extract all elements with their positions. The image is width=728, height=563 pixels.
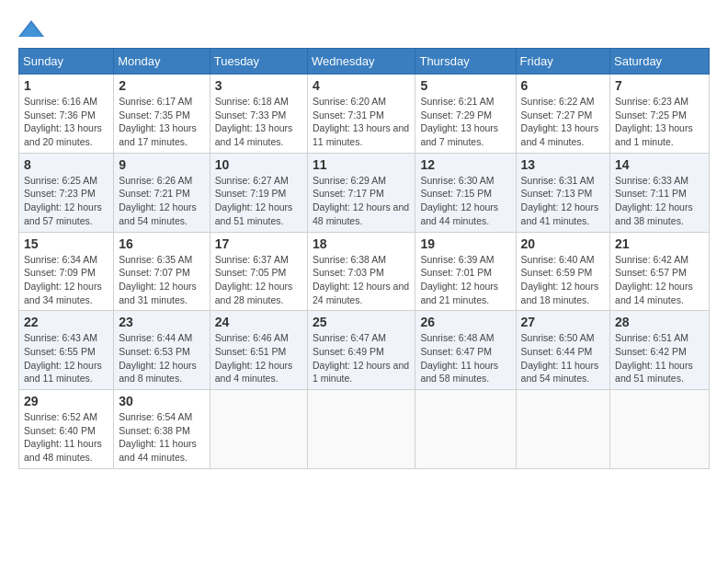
day-number: 20 [521,236,606,251]
day-number: 28 [615,315,704,329]
day-number: 4 [313,78,410,93]
calendar-cell: 22 Sunrise: 6:43 AM Sunset: 6:55 PM Dayl… [19,311,114,390]
day-number: 2 [119,78,204,93]
day-number: 25 [313,315,410,329]
calendar-cell: 8 Sunrise: 6:25 AM Sunset: 7:23 PM Dayli… [19,153,114,232]
calendar-cell: 12 Sunrise: 6:30 AM Sunset: 7:15 PM Dayl… [415,153,516,232]
day-number: 13 [521,157,606,172]
calendar-week-3: 15 Sunrise: 6:34 AM Sunset: 7:09 PM Dayl… [19,232,710,311]
calendar-cell: 28 Sunrise: 6:51 AM Sunset: 6:42 PM Dayl… [610,311,710,390]
day-number: 12 [420,157,510,172]
calendar-cell [308,390,415,469]
calendar-cell: 30 Sunrise: 6:54 AM Sunset: 6:38 PM Dayl… [114,390,210,469]
day-info: Sunrise: 6:16 AM Sunset: 7:36 PM Dayligh… [24,96,102,147]
calendar-cell: 9 Sunrise: 6:26 AM Sunset: 7:21 PM Dayli… [114,153,210,232]
day-number: 14 [615,157,704,172]
day-info: Sunrise: 6:29 AM Sunset: 7:17 PM Dayligh… [313,175,409,226]
day-number: 1 [24,78,108,93]
calendar-cell [516,390,610,469]
day-info: Sunrise: 6:20 AM Sunset: 7:31 PM Dayligh… [313,96,409,147]
calendar-cell: 4 Sunrise: 6:20 AM Sunset: 7:31 PM Dayli… [308,75,415,154]
calendar-cell: 13 Sunrise: 6:31 AM Sunset: 7:13 PM Dayl… [516,153,610,232]
calendar-cell: 6 Sunrise: 6:22 AM Sunset: 7:27 PM Dayli… [516,75,610,154]
calendar-cell: 27 Sunrise: 6:50 AM Sunset: 6:44 PM Dayl… [516,311,610,390]
day-info: Sunrise: 6:26 AM Sunset: 7:21 PM Dayligh… [119,175,197,226]
day-info: Sunrise: 6:37 AM Sunset: 7:05 PM Dayligh… [215,254,293,305]
calendar-week-5: 29 Sunrise: 6:52 AM Sunset: 6:40 PM Dayl… [19,390,710,469]
weekday-sunday: Sunday [19,49,114,75]
day-info: Sunrise: 6:17 AM Sunset: 7:35 PM Dayligh… [119,96,197,147]
day-info: Sunrise: 6:52 AM Sunset: 6:40 PM Dayligh… [24,411,102,463]
day-info: Sunrise: 6:35 AM Sunset: 7:07 PM Dayligh… [119,254,197,305]
day-number: 17 [215,236,302,251]
day-number: 16 [119,236,204,251]
day-info: Sunrise: 6:48 AM Sunset: 6:47 PM Dayligh… [420,332,498,384]
calendar-cell: 19 Sunrise: 6:39 AM Sunset: 7:01 PM Dayl… [415,232,516,311]
logo [18,18,51,39]
day-info: Sunrise: 6:40 AM Sunset: 6:59 PM Dayligh… [521,254,599,305]
calendar-cell: 23 Sunrise: 6:44 AM Sunset: 6:53 PM Dayl… [114,311,210,390]
day-info: Sunrise: 6:22 AM Sunset: 7:27 PM Dayligh… [521,96,599,147]
calendar-cell: 26 Sunrise: 6:48 AM Sunset: 6:47 PM Dayl… [415,311,516,390]
day-number: 21 [615,236,704,251]
calendar-cell: 7 Sunrise: 6:23 AM Sunset: 7:25 PM Dayli… [610,75,710,154]
calendar-cell [610,390,710,469]
calendar-cell: 3 Sunrise: 6:18 AM Sunset: 7:33 PM Dayli… [210,75,307,154]
calendar-cell: 11 Sunrise: 6:29 AM Sunset: 7:17 PM Dayl… [308,153,415,232]
day-number: 9 [119,157,204,172]
day-info: Sunrise: 6:47 AM Sunset: 6:49 PM Dayligh… [313,332,409,384]
calendar-cell: 2 Sunrise: 6:17 AM Sunset: 7:35 PM Dayli… [114,75,210,154]
weekday-wednesday: Wednesday [308,49,415,75]
calendar-cell: 18 Sunrise: 6:38 AM Sunset: 7:03 PM Dayl… [308,232,415,311]
calendar-week-1: 1 Sunrise: 6:16 AM Sunset: 7:36 PM Dayli… [19,75,710,154]
day-number: 10 [215,157,302,172]
day-info: Sunrise: 6:31 AM Sunset: 7:13 PM Dayligh… [521,175,599,226]
day-number: 24 [215,315,302,329]
page-header [18,18,710,39]
weekday-tuesday: Tuesday [210,49,307,75]
day-number: 29 [24,394,108,408]
day-info: Sunrise: 6:46 AM Sunset: 6:51 PM Dayligh… [215,332,293,384]
calendar-cell: 10 Sunrise: 6:27 AM Sunset: 7:19 PM Dayl… [210,153,307,232]
day-number: 8 [24,157,108,172]
weekday-saturday: Saturday [610,49,710,75]
calendar-cell: 16 Sunrise: 6:35 AM Sunset: 7:07 PM Dayl… [114,232,210,311]
day-number: 11 [313,157,410,172]
calendar-cell: 25 Sunrise: 6:47 AM Sunset: 6:49 PM Dayl… [308,311,415,390]
day-number: 5 [420,78,510,93]
day-number: 26 [420,315,510,329]
day-info: Sunrise: 6:44 AM Sunset: 6:53 PM Dayligh… [119,332,197,384]
day-number: 18 [313,236,410,251]
calendar-cell: 20 Sunrise: 6:40 AM Sunset: 6:59 PM Dayl… [516,232,610,311]
day-number: 7 [615,78,704,93]
day-info: Sunrise: 6:25 AM Sunset: 7:23 PM Dayligh… [24,175,102,226]
calendar-cell: 5 Sunrise: 6:21 AM Sunset: 7:29 PM Dayli… [415,75,516,154]
calendar-cell: 17 Sunrise: 6:37 AM Sunset: 7:05 PM Dayl… [210,232,307,311]
calendar-table: SundayMondayTuesdayWednesdayThursdayFrid… [18,48,710,469]
weekday-thursday: Thursday [415,49,516,75]
day-number: 6 [521,78,606,93]
day-info: Sunrise: 6:30 AM Sunset: 7:15 PM Dayligh… [420,175,498,226]
day-info: Sunrise: 6:34 AM Sunset: 7:09 PM Dayligh… [24,254,102,305]
calendar-week-4: 22 Sunrise: 6:43 AM Sunset: 6:55 PM Dayl… [19,311,710,390]
calendar-week-2: 8 Sunrise: 6:25 AM Sunset: 7:23 PM Dayli… [19,153,710,232]
calendar-cell [210,390,307,469]
day-number: 19 [420,236,510,251]
day-info: Sunrise: 6:51 AM Sunset: 6:42 PM Dayligh… [615,332,693,384]
day-info: Sunrise: 6:42 AM Sunset: 6:57 PM Dayligh… [615,254,693,305]
day-info: Sunrise: 6:23 AM Sunset: 7:25 PM Dayligh… [615,96,693,147]
calendar-cell: 21 Sunrise: 6:42 AM Sunset: 6:57 PM Dayl… [610,232,710,311]
logo-icon [18,18,44,39]
day-number: 15 [24,236,108,251]
day-info: Sunrise: 6:54 AM Sunset: 6:38 PM Dayligh… [119,411,197,463]
day-number: 3 [215,78,302,93]
weekday-monday: Monday [114,49,210,75]
day-info: Sunrise: 6:38 AM Sunset: 7:03 PM Dayligh… [313,254,409,305]
day-number: 23 [119,315,204,329]
day-info: Sunrise: 6:33 AM Sunset: 7:11 PM Dayligh… [615,175,693,226]
day-number: 27 [521,315,606,329]
day-info: Sunrise: 6:50 AM Sunset: 6:44 PM Dayligh… [521,332,599,384]
calendar-cell: 1 Sunrise: 6:16 AM Sunset: 7:36 PM Dayli… [19,75,114,154]
calendar-body: 1 Sunrise: 6:16 AM Sunset: 7:36 PM Dayli… [19,75,710,469]
calendar-cell: 29 Sunrise: 6:52 AM Sunset: 6:40 PM Dayl… [19,390,114,469]
